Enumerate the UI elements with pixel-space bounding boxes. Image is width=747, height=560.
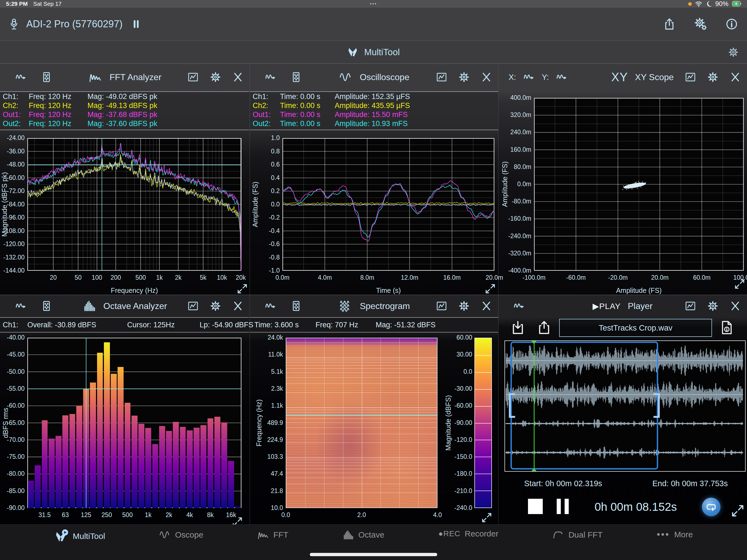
close-icon[interactable] bbox=[481, 71, 492, 83]
octave-chart[interactable]: -40.00-45.00-50.00-55.00-60.00-65.00-70.… bbox=[0, 331, 250, 525]
y-tick: -48.00 bbox=[7, 161, 25, 168]
oscilloscope-header: Oscilloscope bbox=[250, 63, 498, 91]
upload-file-icon[interactable] bbox=[537, 320, 552, 336]
gear-icon[interactable] bbox=[707, 71, 719, 83]
loop-button[interactable] bbox=[702, 498, 720, 516]
file-info-icon[interactable] bbox=[719, 319, 735, 336]
file-name-field[interactable]: TestTracks Crop.wav bbox=[559, 319, 712, 337]
share-icon[interactable] bbox=[663, 18, 676, 31]
player-expand-icon[interactable] bbox=[730, 504, 745, 518]
chart-style-icon[interactable] bbox=[685, 71, 696, 83]
chart-expand-icon[interactable] bbox=[734, 278, 745, 290]
chart-expand-icon[interactable] bbox=[481, 512, 492, 524]
signal-routing-icon[interactable] bbox=[15, 71, 27, 83]
x-tick: 8k bbox=[207, 511, 213, 519]
multitool-app: 5:29 PM Sat Sep 17 ••• 90% ADI-2 Pro (57… bbox=[0, 0, 747, 560]
home-indicator[interactable] bbox=[310, 553, 437, 556]
octave-readout: Ch1: Overall: -30.89 dBFS Cursor: 125Hz … bbox=[0, 317, 249, 332]
spectro-mag: Mag: -51.32 dBFS bbox=[376, 321, 436, 329]
tab-oscope[interactable]: Oscope bbox=[159, 529, 203, 541]
spectrogram-chart[interactable]: 24.0k11.0k5.1k2.3k1.1k489.9224.9103.347.… bbox=[250, 331, 498, 525]
gear-icon[interactable] bbox=[458, 71, 470, 83]
xy-chart[interactable]: 400.0m320.0m240.0m160.0m80.0m0.0m-80.0m-… bbox=[498, 93, 747, 294]
x-tick: 100 bbox=[92, 274, 102, 281]
panel-title: Oscilloscope bbox=[360, 72, 409, 82]
y-tick: 0.8 bbox=[271, 147, 280, 155]
playhead[interactable] bbox=[534, 342, 535, 469]
y-tick: -40.00 bbox=[7, 334, 25, 341]
readout-value: Amplitude: 435.95 µFS bbox=[335, 101, 410, 110]
gear-icon[interactable] bbox=[707, 300, 719, 312]
signal-file-icon[interactable] bbox=[290, 71, 302, 83]
close-icon[interactable] bbox=[232, 300, 243, 312]
chart-style-icon[interactable] bbox=[436, 71, 447, 83]
octave-analyzer-header: Octave Analyzer bbox=[0, 295, 250, 317]
spectrogram-heatmap[interactable] bbox=[286, 338, 437, 508]
x-tick: 5k bbox=[200, 274, 206, 281]
close-icon[interactable] bbox=[481, 300, 492, 312]
y-tick: 0.6 bbox=[271, 161, 280, 168]
oscope-chart[interactable]: 1.00.80.60.40.20.0-0.2-0.4-0.6-0.8-1.00.… bbox=[250, 128, 498, 294]
fft-icon bbox=[88, 71, 103, 84]
close-icon[interactable] bbox=[729, 71, 741, 83]
readout-value: Ch1: bbox=[3, 93, 29, 101]
y-tick: 21.8 bbox=[271, 487, 283, 495]
y-tick: 47.4 bbox=[271, 470, 283, 478]
signal-file-icon[interactable] bbox=[41, 300, 52, 312]
signal-routing-icon[interactable] bbox=[265, 300, 276, 312]
x-source-routing-icon[interactable] bbox=[523, 71, 535, 83]
signal-file-icon[interactable] bbox=[290, 300, 302, 312]
chart-style-icon[interactable] bbox=[187, 300, 199, 312]
info-icon[interactable] bbox=[725, 18, 738, 31]
pause-stream-icon[interactable] bbox=[131, 19, 141, 29]
gear-icon[interactable] bbox=[728, 47, 739, 58]
colorbar-tick: -150.0 bbox=[455, 453, 472, 460]
gear-icon[interactable] bbox=[210, 71, 221, 83]
y-source-routing-icon[interactable] bbox=[556, 71, 567, 83]
readout-value: Amplitude: 10.93 mFS bbox=[335, 120, 408, 128]
x-tick: 2k bbox=[175, 274, 182, 281]
loop-end-handle[interactable] bbox=[653, 393, 660, 418]
tab-octave[interactable]: Octave bbox=[343, 529, 384, 541]
fft-chart[interactable]: -24.00-36.00-48.00-60.00-72.00-84.00-96.… bbox=[0, 128, 250, 294]
fft-analyzer-header: FFT Analyzer bbox=[0, 63, 250, 91]
tab-multitool[interactable]: MultiTool bbox=[54, 529, 105, 543]
octave-bar bbox=[90, 383, 96, 508]
y-tick: -60.00 bbox=[7, 402, 25, 409]
octave-bar bbox=[200, 425, 206, 508]
settings-gears-icon[interactable] bbox=[693, 17, 707, 31]
tab-fft[interactable]: FFT bbox=[258, 529, 288, 541]
chart-expand-icon[interactable] bbox=[236, 283, 248, 295]
download-file-icon[interactable] bbox=[510, 320, 525, 336]
chart-style-icon[interactable] bbox=[187, 71, 199, 83]
tab-more[interactable]: ••• More bbox=[657, 529, 693, 540]
oscope-x-axis-label: Time (s) bbox=[334, 286, 443, 295]
signal-routing-icon[interactable] bbox=[513, 300, 525, 312]
playhead-marker-bottom bbox=[532, 468, 537, 471]
fft-readouts: Ch1:Freq: 120 HzMag: -49.02 dBFS pkCh2:F… bbox=[0, 91, 249, 130]
gear-icon[interactable] bbox=[210, 300, 221, 312]
tab-recorder[interactable]: ●REC Recorder bbox=[439, 529, 498, 538]
y-tick: 1.1k bbox=[271, 402, 283, 409]
stop-button[interactable] bbox=[528, 499, 543, 514]
waveform-display[interactable] bbox=[505, 340, 746, 472]
close-icon[interactable] bbox=[729, 300, 741, 312]
octave-bar bbox=[180, 427, 186, 508]
chart-expand-icon[interactable] bbox=[485, 283, 496, 295]
panel-title: Spectrogram bbox=[360, 301, 410, 311]
close-icon[interactable] bbox=[232, 71, 243, 83]
chart-style-icon[interactable] bbox=[685, 300, 696, 312]
gear-icon[interactable] bbox=[458, 300, 470, 312]
y-tick: 224.9 bbox=[267, 436, 283, 443]
octave-bar bbox=[214, 417, 221, 508]
pause-button[interactable] bbox=[557, 499, 569, 514]
loop-selection[interactable] bbox=[511, 341, 658, 469]
loop-start-handle[interactable] bbox=[509, 393, 515, 418]
tab-dual-fft[interactable]: Dual FFT bbox=[552, 529, 602, 541]
chart-style-icon[interactable] bbox=[436, 300, 447, 312]
signal-routing-icon[interactable] bbox=[15, 300, 27, 312]
signal-routing-icon[interactable] bbox=[265, 71, 276, 83]
x-tick: 500 bbox=[122, 511, 133, 519]
signal-file-icon[interactable] bbox=[41, 71, 52, 83]
y-tick: -75.00 bbox=[7, 453, 25, 460]
